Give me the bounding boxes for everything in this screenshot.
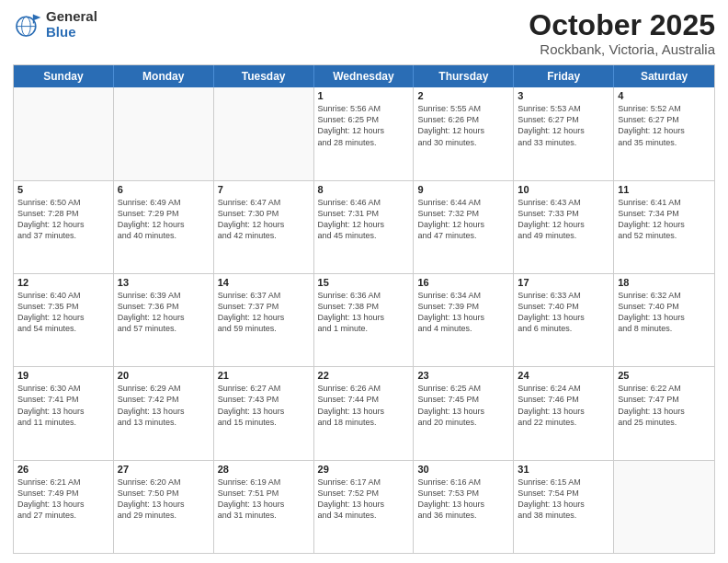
cal-cell-11: 11Sunrise: 6:41 AM Sunset: 7:34 PM Dayli…	[614, 181, 714, 273]
cal-header-tuesday: Tuesday	[214, 65, 314, 87]
cal-cell-8: 8Sunrise: 6:46 AM Sunset: 7:31 PM Daylig…	[314, 181, 415, 273]
day-number: 14	[218, 277, 310, 288]
cal-cell-9: 9Sunrise: 6:44 AM Sunset: 7:32 PM Daylig…	[414, 181, 514, 273]
day-info: Sunrise: 6:24 AM Sunset: 7:46 PM Dayligh…	[518, 383, 609, 428]
day-number: 15	[318, 277, 410, 288]
cal-cell-22: 22Sunrise: 6:26 AM Sunset: 7:44 PM Dayli…	[314, 367, 415, 459]
day-info: Sunrise: 6:40 AM Sunset: 7:35 PM Dayligh…	[17, 290, 109, 335]
day-number: 22	[318, 370, 410, 381]
cal-cell-29: 29Sunrise: 6:17 AM Sunset: 7:52 PM Dayli…	[314, 461, 415, 553]
cal-cell-28: 28Sunrise: 6:19 AM Sunset: 7:51 PM Dayli…	[214, 461, 314, 553]
cal-cell-26: 26Sunrise: 6:21 AM Sunset: 7:49 PM Dayli…	[14, 461, 114, 553]
cal-cell-20: 20Sunrise: 6:29 AM Sunset: 7:42 PM Dayli…	[114, 367, 214, 459]
cal-header-wednesday: Wednesday	[314, 65, 415, 87]
cal-cell-empty-0-2	[214, 87, 314, 179]
cal-cell-27: 27Sunrise: 6:20 AM Sunset: 7:50 PM Dayli…	[114, 461, 214, 553]
cal-row-1: 5Sunrise: 6:50 AM Sunset: 7:28 PM Daylig…	[14, 180, 714, 273]
day-number: 3	[518, 90, 609, 101]
cal-cell-17: 17Sunrise: 6:33 AM Sunset: 7:40 PM Dayli…	[514, 274, 614, 366]
day-number: 20	[118, 370, 210, 381]
cal-header-friday: Friday	[514, 65, 614, 87]
day-info: Sunrise: 6:36 AM Sunset: 7:38 PM Dayligh…	[318, 290, 410, 335]
cal-cell-18: 18Sunrise: 6:32 AM Sunset: 7:40 PM Dayli…	[614, 274, 714, 366]
cal-cell-6: 6Sunrise: 6:49 AM Sunset: 7:29 PM Daylig…	[114, 181, 214, 273]
day-info: Sunrise: 6:50 AM Sunset: 7:28 PM Dayligh…	[17, 197, 109, 242]
day-info: Sunrise: 6:32 AM Sunset: 7:40 PM Dayligh…	[618, 290, 711, 335]
day-number: 19	[17, 370, 109, 381]
cal-cell-12: 12Sunrise: 6:40 AM Sunset: 7:35 PM Dayli…	[14, 274, 114, 366]
day-info: Sunrise: 6:44 AM Sunset: 7:32 PM Dayligh…	[417, 197, 509, 242]
cal-cell-23: 23Sunrise: 6:25 AM Sunset: 7:45 PM Dayli…	[414, 367, 514, 459]
title-block: October 2025 Rockbank, Victoria, Austral…	[529, 9, 715, 57]
day-number: 27	[118, 464, 210, 475]
day-number: 9	[417, 184, 509, 195]
cal-row-4: 26Sunrise: 6:21 AM Sunset: 7:49 PM Dayli…	[14, 460, 714, 553]
day-number: 28	[218, 464, 310, 475]
cal-cell-5: 5Sunrise: 6:50 AM Sunset: 7:28 PM Daylig…	[14, 181, 114, 273]
day-number: 7	[218, 184, 310, 195]
day-number: 13	[118, 277, 210, 288]
cal-cell-16: 16Sunrise: 6:34 AM Sunset: 7:39 PM Dayli…	[414, 274, 514, 366]
day-number: 11	[618, 184, 711, 195]
cal-cell-14: 14Sunrise: 6:37 AM Sunset: 7:37 PM Dayli…	[214, 274, 314, 366]
day-info: Sunrise: 6:16 AM Sunset: 7:53 PM Dayligh…	[417, 477, 509, 522]
cal-header-saturday: Saturday	[614, 65, 714, 87]
day-info: Sunrise: 6:22 AM Sunset: 7:47 PM Dayligh…	[618, 383, 711, 428]
day-info: Sunrise: 5:53 AM Sunset: 6:27 PM Dayligh…	[518, 103, 609, 148]
cal-cell-21: 21Sunrise: 6:27 AM Sunset: 7:43 PM Dayli…	[214, 367, 314, 459]
logo: General Blue	[13, 9, 97, 40]
day-number: 4	[618, 90, 711, 101]
month-title: October 2025	[529, 9, 715, 41]
day-number: 8	[318, 184, 410, 195]
day-number: 31	[518, 464, 609, 475]
cal-cell-13: 13Sunrise: 6:39 AM Sunset: 7:36 PM Dayli…	[114, 274, 214, 366]
cal-row-3: 19Sunrise: 6:30 AM Sunset: 7:41 PM Dayli…	[14, 366, 714, 459]
cal-row-2: 12Sunrise: 6:40 AM Sunset: 7:35 PM Dayli…	[14, 273, 714, 366]
day-info: Sunrise: 6:25 AM Sunset: 7:45 PM Dayligh…	[417, 383, 509, 428]
day-number: 2	[417, 90, 509, 101]
cal-row-0: 1Sunrise: 5:56 AM Sunset: 6:25 PM Daylig…	[14, 87, 714, 179]
day-number: 6	[118, 184, 210, 195]
cal-cell-10: 10Sunrise: 6:43 AM Sunset: 7:33 PM Dayli…	[514, 181, 614, 273]
day-number: 1	[318, 90, 410, 101]
day-info: Sunrise: 6:21 AM Sunset: 7:49 PM Dayligh…	[17, 477, 109, 522]
location-title: Rockbank, Victoria, Australia	[529, 41, 715, 57]
day-info: Sunrise: 6:17 AM Sunset: 7:52 PM Dayligh…	[318, 477, 410, 522]
logo-icon	[13, 10, 42, 40]
day-info: Sunrise: 6:47 AM Sunset: 7:30 PM Dayligh…	[218, 197, 310, 242]
svg-marker-4	[33, 14, 40, 19]
day-info: Sunrise: 5:52 AM Sunset: 6:27 PM Dayligh…	[618, 103, 711, 148]
day-info: Sunrise: 6:46 AM Sunset: 7:31 PM Dayligh…	[318, 197, 410, 242]
day-info: Sunrise: 5:56 AM Sunset: 6:25 PM Dayligh…	[318, 103, 410, 148]
day-info: Sunrise: 6:29 AM Sunset: 7:42 PM Dayligh…	[118, 383, 210, 428]
day-number: 29	[318, 464, 410, 475]
day-number: 26	[17, 464, 109, 475]
cal-cell-15: 15Sunrise: 6:36 AM Sunset: 7:38 PM Dayli…	[314, 274, 415, 366]
day-info: Sunrise: 6:27 AM Sunset: 7:43 PM Dayligh…	[218, 383, 310, 428]
day-info: Sunrise: 5:55 AM Sunset: 6:26 PM Dayligh…	[417, 103, 509, 148]
page: General Blue October 2025 Rockbank, Vict…	[0, 0, 728, 563]
day-number: 10	[518, 184, 609, 195]
cal-cell-24: 24Sunrise: 6:24 AM Sunset: 7:46 PM Dayli…	[514, 367, 614, 459]
cal-header-monday: Monday	[114, 65, 214, 87]
cal-cell-4: 4Sunrise: 5:52 AM Sunset: 6:27 PM Daylig…	[614, 87, 714, 179]
day-number: 16	[417, 277, 509, 288]
day-number: 18	[618, 277, 711, 288]
cal-cell-empty-4-6	[614, 461, 714, 553]
logo-text: General Blue	[46, 9, 97, 40]
day-number: 24	[518, 370, 609, 381]
day-info: Sunrise: 6:33 AM Sunset: 7:40 PM Dayligh…	[518, 290, 609, 335]
day-number: 21	[218, 370, 310, 381]
day-info: Sunrise: 6:34 AM Sunset: 7:39 PM Dayligh…	[417, 290, 509, 335]
cal-header-sunday: Sunday	[14, 65, 114, 87]
day-number: 25	[618, 370, 711, 381]
day-info: Sunrise: 6:39 AM Sunset: 7:36 PM Dayligh…	[118, 290, 210, 335]
day-info: Sunrise: 6:19 AM Sunset: 7:51 PM Dayligh…	[218, 477, 310, 522]
cal-cell-empty-0-1	[114, 87, 214, 179]
calendar-body: 1Sunrise: 5:56 AM Sunset: 6:25 PM Daylig…	[14, 87, 714, 553]
day-info: Sunrise: 6:37 AM Sunset: 7:37 PM Dayligh…	[218, 290, 310, 335]
cal-header-thursday: Thursday	[414, 65, 514, 87]
cal-cell-empty-0-0	[14, 87, 114, 179]
cal-cell-2: 2Sunrise: 5:55 AM Sunset: 6:26 PM Daylig…	[414, 87, 514, 179]
calendar: SundayMondayTuesdayWednesdayThursdayFrid…	[13, 64, 715, 554]
